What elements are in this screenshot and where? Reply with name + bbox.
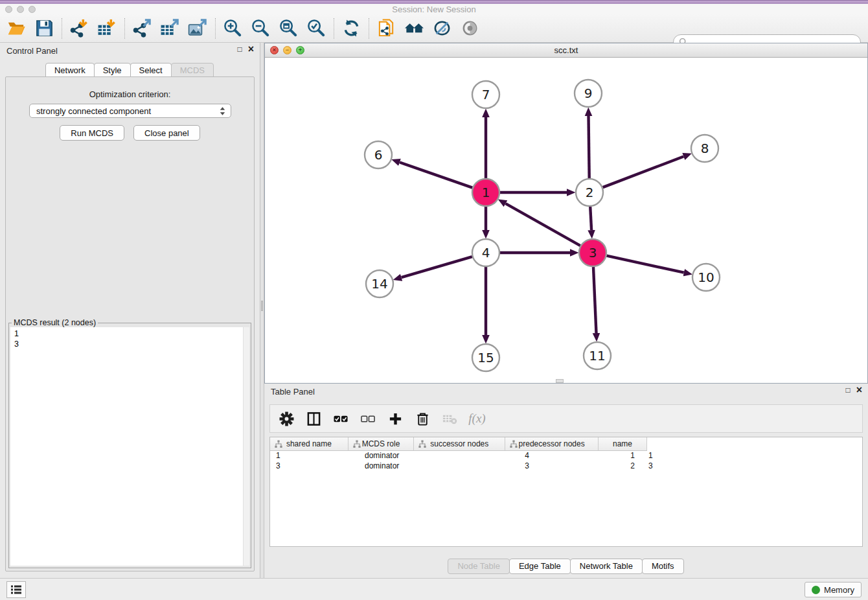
node-14[interactable]: 14 [366,270,393,297]
table-cell[interactable]: dominator [359,451,433,461]
node-1[interactable]: 1 [472,179,499,206]
table-cell[interactable]: 4 [433,451,537,461]
deselect-all-icon[interactable] [360,410,377,428]
svg-text:11: 11 [589,348,605,363]
add-column-icon[interactable] [387,410,404,428]
svg-text:15: 15 [477,350,494,365]
column-label: successor nodes [430,439,488,448]
control-panel: Control Panel □ × NetworkStyleSelectMCDS… [0,43,260,578]
select-all-icon[interactable] [332,410,350,428]
table-cell[interactable]: 1 [270,451,359,461]
view-resize-grip[interactable] [556,379,564,383]
tab-edge-table[interactable]: Edge Table [509,559,571,574]
table-row[interactable]: 3dominator323 [270,461,862,472]
panel-splitter[interactable] [260,43,264,578]
node-3[interactable]: 3 [579,239,606,266]
column-header-successor-nodes[interactable]: successor nodes [414,437,505,450]
export-network-icon[interactable] [128,16,156,41]
export-image-icon[interactable] [184,16,212,41]
column-header-shared-name[interactable]: shared name [270,437,348,450]
table-cell[interactable]: 3 [643,461,698,472]
toolbar-separator [215,18,216,39]
node-4[interactable]: 4 [472,239,499,266]
table-cell[interactable]: 2 [537,461,643,472]
edge-4-14[interactable] [402,257,472,277]
splitter-grip-icon[interactable] [261,301,263,311]
run-mcds-button[interactable]: Run MCDS [60,125,124,141]
column-header-MCDS-role[interactable]: MCDS role [348,437,414,450]
float-panel-icon[interactable]: □ [237,45,242,53]
gear-icon[interactable] [278,410,295,428]
zoom-out-icon[interactable] [247,16,275,41]
close-panel-button[interactable]: Close panel [133,125,200,141]
edge-3-10[interactable] [607,256,684,273]
zoom-fit-icon[interactable] [275,16,303,41]
float-table-panel-icon[interactable]: □ [845,386,850,394]
refresh-view-icon[interactable] [337,16,365,41]
new-network-from-file-icon[interactable] [372,16,400,41]
network-view-window: × − + scc.txt 7 9 6 8 1 2 4 3 14 10 15 1… [264,43,868,384]
node-9[interactable]: 9 [575,80,602,107]
trash-icon[interactable] [414,410,431,428]
network-canvas[interactable]: 7 9 6 8 1 2 4 3 14 10 15 11 [265,58,867,383]
column-label: predecessor nodes [519,439,585,448]
mcds-result-box: MCDS result (2 nodes) 1 3 [8,318,251,568]
column-header-name[interactable]: name [599,437,647,450]
tab-node-table[interactable]: Node Table [448,559,510,574]
homes-icon[interactable] [400,16,428,41]
node-6[interactable]: 6 [365,141,392,168]
open-session-icon[interactable] [3,16,30,41]
edge-3-11[interactable] [593,267,597,333]
toolbar-separator [334,18,334,39]
node-10[interactable]: 10 [692,264,720,291]
table-panel-title: Table Panel [271,387,315,397]
tab-network-table[interactable]: Network Table [570,559,643,574]
import-table-icon[interactable] [93,16,121,41]
eye-icon[interactable] [456,16,484,41]
node-7[interactable]: 7 [472,81,499,108]
edge-1-6[interactable] [400,163,472,188]
node-2[interactable]: 2 [576,179,603,206]
table-row[interactable]: 1dominator411 [270,451,862,461]
zoom-selected-icon[interactable] [303,16,330,41]
edge-2-3[interactable] [590,207,591,230]
criterion-select[interactable]: strongly connected component [29,104,231,118]
memory-button[interactable]: Memory [805,582,862,597]
table-body: 1dominator4113dominator323 [270,451,862,472]
mcds-result-scrollbar[interactable] [243,327,249,566]
svg-text:2: 2 [586,185,594,200]
table-cell[interactable]: 3 [433,461,537,472]
network-view-title: scc.txt [265,45,867,55]
column-header-predecessor-nodes[interactable]: predecessor nodes [505,437,599,450]
close-table-panel-icon[interactable]: × [856,386,862,395]
node-15[interactable]: 15 [472,344,499,371]
table-cell[interactable]: 1 [643,451,698,461]
export-table-icon[interactable] [156,16,184,41]
svg-text:14: 14 [371,276,387,292]
edge-2-9[interactable] [589,116,589,178]
edge-2-8[interactable] [603,157,684,188]
mcds-result-text[interactable]: 1 3 [10,327,243,566]
edge-3-1[interactable] [506,203,580,246]
task-history-button[interactable] [6,581,26,598]
task-list-icon [10,584,22,595]
svg-text:6: 6 [374,147,383,163]
columns-icon[interactable] [305,410,323,428]
table-cell[interactable]: 3 [270,461,359,472]
tab-motifs[interactable]: Motifs [642,559,684,574]
node-8[interactable]: 8 [691,135,718,162]
optimization-criterion-label: Optimization criterion: [6,89,254,99]
save-session-icon[interactable] [30,16,58,41]
table-cell[interactable]: 1 [537,451,643,461]
zoom-in-icon[interactable] [219,16,247,41]
import-network-icon[interactable] [65,16,93,41]
node-11[interactable]: 11 [584,342,611,369]
slash-eye-icon[interactable] [428,16,456,41]
table-cell[interactable]: dominator [359,461,433,472]
network-window-titlebar: × − + scc.txt [265,43,867,58]
close-panel-icon[interactable]: × [248,45,254,54]
mcds-panel: Optimization criterion: strongly connect… [5,76,255,571]
column-sort-icon [510,440,518,448]
toolbar-separator [62,18,62,39]
network-graph: 7 9 6 8 1 2 4 3 14 10 15 11 [265,58,867,383]
